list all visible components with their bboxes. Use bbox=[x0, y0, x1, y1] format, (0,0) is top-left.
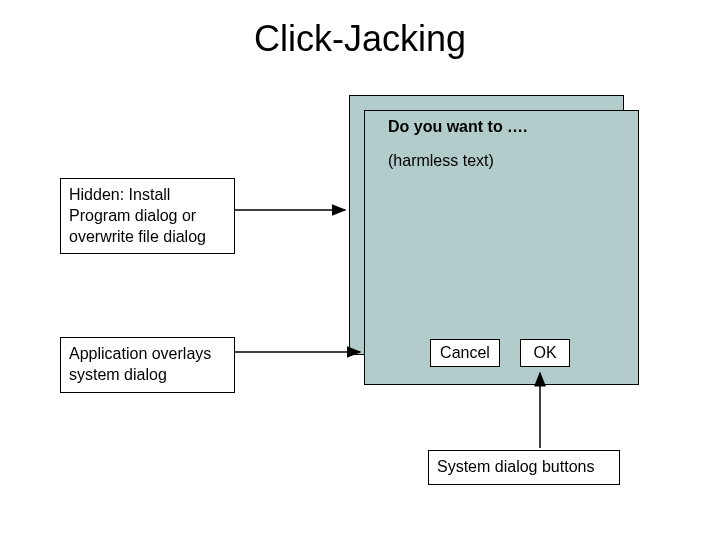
label-hidden-dialog: Hidden: Install Program dialog or overwr… bbox=[60, 178, 235, 254]
slide-title: Click-Jacking bbox=[0, 18, 720, 60]
ok-button[interactable]: OK bbox=[520, 339, 570, 367]
arrow-sysbuttons-to-ok bbox=[530, 370, 550, 450]
arrow-hidden-to-dialog bbox=[235, 200, 350, 220]
overlay-dialog-subtitle: (harmless text) bbox=[388, 152, 494, 170]
label-overlay-dialog: Application overlays system dialog bbox=[60, 337, 235, 393]
arrow-overlay-to-dialog bbox=[235, 342, 365, 362]
cancel-button[interactable]: Cancel bbox=[430, 339, 500, 367]
overlay-dialog-title: Do you want to …. bbox=[388, 118, 528, 136]
label-system-buttons: System dialog buttons bbox=[428, 450, 620, 485]
